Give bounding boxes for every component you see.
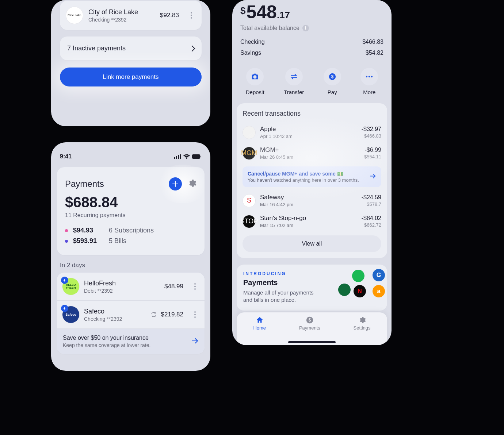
camera-icon <box>246 68 264 85</box>
plus-icon <box>172 181 179 187</box>
arrow-right-icon <box>369 173 376 181</box>
starbucks-icon <box>338 284 351 296</box>
suggestion-sub: You haven't watched anything here in ove… <box>248 177 366 183</box>
account-savings[interactable]: Savings $54.82 <box>240 47 383 58</box>
home-indicator <box>288 341 336 343</box>
action-more[interactable]: More <box>360 68 378 95</box>
action-transfer[interactable]: Transfer <box>284 68 304 95</box>
gear-icon <box>358 316 366 324</box>
svg-text:$: $ <box>331 74 333 79</box>
svg-rect-1 <box>201 156 201 158</box>
settings-button[interactable] <box>187 178 196 189</box>
more-icon <box>360 68 378 85</box>
transaction-row-mgm[interactable]: MGM MGM+ Mar 26 8:45 am -$6.99 $554.11 <box>243 143 381 163</box>
payments-total-sub: 11 Recurring payments <box>62 211 199 224</box>
geico-icon: G <box>373 269 385 281</box>
spotify-icon <box>352 270 364 282</box>
payments-promo-card[interactable]: INTRODUCING Payments Manage all of your … <box>237 265 387 311</box>
svg-point-6 <box>371 76 373 77</box>
balance-label: Total available balance i <box>240 25 383 31</box>
link-more-payments-button[interactable]: Link more payments <box>60 68 202 86</box>
merchant-avatar: Safeco <box>62 306 80 323</box>
status-bar: 9:41 <box>57 147 205 163</box>
merchant-avatar: HELLO FRESH <box>62 278 80 295</box>
page-title: Payments <box>65 179 104 189</box>
pay-icon: $ <box>324 68 341 85</box>
tab-payments[interactable]: $ Payments <box>299 316 320 331</box>
arrow-right-icon <box>191 337 199 346</box>
recent-transactions-title: Recent transactions <box>243 110 381 118</box>
info-icon[interactable]: i <box>302 25 309 31</box>
dot-icon <box>65 240 68 243</box>
quick-actions: Deposit Transfer $ Pay More <box>232 58 392 103</box>
suggestion-sub: Keep the same coverage at lower rate. <box>63 342 186 348</box>
sync-icon <box>151 312 157 317</box>
phone-payments-bottom: Rice Lake City of Rice Lake Checking **2… <box>51 0 210 126</box>
section-in-2-days: In 2 days <box>57 255 205 273</box>
more-icon[interactable] <box>187 12 196 19</box>
pay-icon: $ <box>306 316 314 324</box>
inactive-payments-label: 7 Inactive payments <box>67 45 126 52</box>
merchant-avatar: Rice Lake <box>66 7 83 24</box>
payment-row-hellofresh[interactable]: HELLO FRESH HelloFresh Debit **2392 $48.… <box>57 273 205 301</box>
cellular-icon <box>174 154 181 159</box>
bill-amount: $92.83 <box>160 12 179 19</box>
svg-text:$: $ <box>309 317 311 323</box>
promo-sub: Manage all of your payments and bills in… <box>243 289 320 304</box>
merchant-avatar: S <box>243 194 256 207</box>
suggestion-title: Cancel/pause MGM+ and save some 💵 <box>248 171 366 177</box>
bolt-badge-icon <box>61 305 68 312</box>
svg-point-4 <box>366 76 367 77</box>
merchant-name: City of Rice Lake <box>88 8 155 16</box>
breakdown-subscriptions: $94.93 6 Subscriptions <box>65 227 196 234</box>
recent-transactions-card: Recent transactions Apple Apr 1 10:42 am… <box>237 103 387 258</box>
merchant-avatar: STOP <box>243 215 256 228</box>
status-icons <box>174 154 202 159</box>
amazon-icon: a <box>373 285 385 297</box>
bill-card: Rice Lake City of Rice Lake Checking **2… <box>60 1 202 30</box>
action-deposit[interactable]: Deposit <box>246 68 264 95</box>
merchant-avatar: MGM <box>243 147 256 160</box>
svg-rect-0 <box>192 154 200 159</box>
bolt-badge-icon <box>61 277 68 284</box>
wifi-icon <box>183 154 190 159</box>
merchant-sub: Checking **2392 <box>88 17 155 23</box>
svg-point-5 <box>369 76 370 77</box>
promo-brand-icons: G N a <box>338 267 382 311</box>
merchant-sub: Checking **2392 <box>84 316 146 322</box>
home-icon <box>256 316 264 324</box>
more-icon[interactable] <box>191 283 199 290</box>
tab-bar: Home $ Payments Settings <box>237 312 387 345</box>
breakdown-bills: $593.91 5 Bills <box>65 237 196 245</box>
account-checking[interactable]: Checking $466.83 <box>240 36 383 47</box>
transaction-row-stans[interactable]: STOP Stan's Stop-n-go Mar 15 7:02 am -$8… <box>243 211 381 232</box>
merchant-name: Safeco <box>84 308 146 315</box>
upcoming-payments-list: HELLO FRESH HelloFresh Debit **2392 $48.… <box>57 273 205 354</box>
phone-payments-top: 9:41 Payments $688.84 <box>51 142 210 371</box>
suggestion-title: Save over $50 on your insurance <box>63 335 186 341</box>
payment-amount: $219.82 <box>161 311 183 318</box>
view-all-button[interactable]: View all <box>243 235 381 252</box>
battery-icon <box>192 154 202 159</box>
transaction-row-safeway[interactable]: S Safeway Mar 16 4:42 pm -$24.59 $578.7 <box>243 190 381 211</box>
dot-icon <box>65 229 68 232</box>
inactive-payments-button[interactable]: 7 Inactive payments <box>60 36 202 60</box>
bill-row-city-of-rice-lake[interactable]: Rice Lake City of Rice Lake Checking **2… <box>60 1 202 30</box>
merchant-avatar <box>243 126 256 139</box>
payment-amount: $48.99 <box>164 283 183 290</box>
tab-home[interactable]: Home <box>253 316 266 331</box>
gear-icon <box>187 178 196 188</box>
transfer-icon <box>285 68 303 85</box>
more-icon[interactable] <box>191 311 199 318</box>
merchant-sub: Debit **2392 <box>84 288 160 294</box>
total-balance: $ 548 .17 <box>240 1 383 23</box>
phone-home: $ 548 .17 Total available balance i Chec… <box>232 0 392 345</box>
add-payment-button[interactable] <box>169 177 182 190</box>
payment-row-safeco[interactable]: Safeco Safeco Checking **2392 $219.82 <box>57 301 205 329</box>
action-pay[interactable]: $ Pay <box>324 68 341 95</box>
merchant-name: HelloFresh <box>84 280 160 287</box>
tab-settings[interactable]: Settings <box>354 316 371 331</box>
insurance-suggestion-banner[interactable]: Save over $50 on your insurance Keep the… <box>57 329 205 354</box>
transaction-row-apple[interactable]: Apple Apr 1 10:42 am -$32.97 $466.83 <box>243 122 381 143</box>
mgm-suggestion-banner[interactable]: Cancel/pause MGM+ and save some 💵 You ha… <box>243 166 381 187</box>
